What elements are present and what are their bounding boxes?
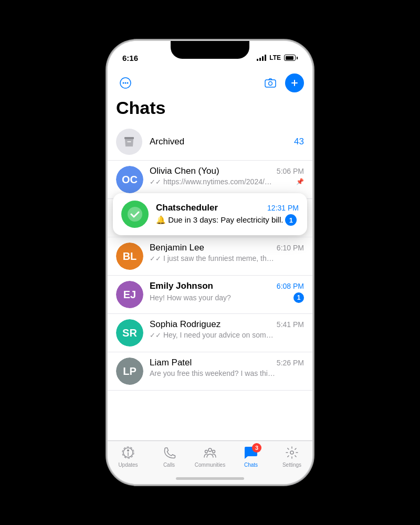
chat-name: Olivia Chen (You) [150, 166, 219, 176]
chat-info: Benjamin Lee 6:10 PM ✓✓ I just saw the f… [150, 243, 304, 262]
chat-time: 5:06 PM [277, 167, 304, 175]
svg-point-14 [290, 451, 293, 454]
notif-message: 🔔 Due in 3 days: Pay electricity bill. 1 [156, 214, 299, 226]
chat-name: Liam Patel [150, 358, 192, 368]
page-title: Chats [116, 97, 304, 123]
app-content: Chats Archived 43 OC [108, 67, 312, 440]
svg-rect-4 [265, 80, 276, 87]
notif-name: Chatscheduler [156, 203, 218, 213]
svg-point-1 [123, 82, 124, 84]
chat-preview: ✓✓ https://www.nytimes.com/2024/03/19/ar… [150, 177, 276, 186]
svg-point-12 [205, 450, 208, 453]
status-icons: LTE [257, 54, 298, 61]
header-right [261, 74, 304, 92]
chat-list: Archived 43 OC Olivia Chen (You) 5:06 PM [108, 123, 312, 391]
archived-count: 43 [294, 136, 304, 147]
archived-row[interactable]: Archived 43 [108, 123, 312, 161]
chat-time: 6:08 PM [277, 282, 304, 290]
header-icons [116, 71, 304, 97]
svg-point-13 [213, 450, 215, 453]
tab-icon-updates [121, 445, 135, 460]
notif-avatar [121, 201, 149, 228]
phone-frame: 6:16 LTE [108, 41, 312, 484]
tab-calls[interactable]: Calls [149, 445, 190, 468]
tab-chats[interactable]: 3 Chats [230, 445, 271, 468]
tab-label-chats: Chats [244, 462, 258, 468]
notif-badge: 1 [285, 214, 297, 226]
tab-icon-calls [162, 445, 176, 460]
tab-label-communities: Communities [195, 462, 225, 468]
chat-preview: ✓✓ Hey, I need your advice on something.… [150, 331, 276, 339]
camera-button[interactable] [261, 74, 280, 92]
double-check-icon: ✓✓ [150, 178, 161, 186]
unread-badge: 1 [293, 292, 304, 303]
notch [171, 41, 249, 59]
tab-settings[interactable]: Settings [271, 445, 312, 468]
chat-item[interactable]: LP Liam Patel 5:26 PM Are you free this … [108, 352, 312, 391]
lte-label: LTE [269, 54, 281, 61]
archive-icon [116, 129, 142, 155]
avatar: LP [116, 358, 143, 385]
chat-preview: Hey! How was your day? [150, 293, 231, 302]
tab-communities[interactable]: Communities [190, 445, 230, 468]
tab-label-updates: Updates [118, 462, 138, 468]
chat-preview: ✓✓ I just saw the funniest meme, thought… [150, 254, 276, 262]
svg-point-5 [269, 82, 272, 86]
chat-time: 6:10 PM [277, 244, 304, 252]
home-indicator [176, 477, 244, 480]
tab-chats-badge: 3 [252, 443, 261, 453]
add-button[interactable] [285, 74, 304, 92]
chat-name: Sophia Rodriguez [150, 319, 220, 330]
svg-point-11 [208, 448, 212, 452]
chat-preview: Are you free this weekend? I was thinkin… [150, 369, 276, 377]
avatar: OC [116, 166, 143, 193]
chat-time: 5:41 PM [277, 320, 304, 329]
chat-info: Emily Johnson 6:08 PM Hey! How was your … [150, 281, 304, 303]
svg-point-7 [128, 207, 142, 222]
menu-button[interactable] [116, 74, 135, 92]
tab-updates[interactable]: Updates [108, 445, 149, 468]
chat-item[interactable]: SR Sophia Rodriguez 5:41 PM ✓✓ Hey, I ne… [108, 314, 312, 352]
chat-item[interactable]: EJ Emily Johnson 6:08 PM Hey! How was yo… [108, 276, 312, 314]
tab-label-calls: Calls [163, 462, 175, 468]
notif-content: Chatscheduler 12:31 PM 🔔 Due in 3 days: … [156, 203, 299, 226]
app-header: Chats [108, 67, 312, 123]
pin-icon: 📌 [296, 178, 304, 185]
avatar: BL [116, 243, 143, 270]
battery-icon [284, 55, 298, 61]
double-check-icon: ✓✓ [150, 255, 161, 262]
chat-name: Emily Johnson [150, 281, 213, 291]
svg-point-9 [127, 449, 129, 452]
chat-info: Liam Patel 5:26 PM Are you free this wee… [150, 358, 304, 377]
status-time: 6:16 [122, 54, 138, 62]
tab-icon-settings [285, 445, 299, 460]
svg-point-3 [127, 82, 129, 84]
avatar: EJ [116, 281, 143, 308]
double-check-icon: ✓✓ [150, 331, 161, 339]
notif-time: 12:31 PM [267, 204, 299, 212]
avatar: SR [116, 319, 143, 346]
chat-info: Olivia Chen (You) 5:06 PM ✓✓ https://www… [150, 166, 304, 186]
archived-label: Archived [150, 136, 287, 147]
chat-item[interactable]: BL Benjamin Lee 6:10 PM ✓✓ I just saw th… [108, 237, 312, 276]
svg-point-2 [125, 82, 127, 84]
signal-icon [257, 55, 266, 61]
tab-label-settings: Settings [282, 462, 301, 468]
chat-name: Benjamin Lee [150, 243, 204, 253]
chat-time: 5:26 PM [277, 359, 304, 367]
notification-popup[interactable]: Chatscheduler 12:31 PM 🔔 Due in 3 days: … [113, 193, 307, 235]
tab-icon-chats: 3 [244, 445, 258, 460]
chat-info: Sophia Rodriguez 5:41 PM ✓✓ Hey, I need … [150, 319, 304, 339]
svg-rect-6 [124, 137, 134, 139]
tab-icon-communities [203, 445, 217, 460]
